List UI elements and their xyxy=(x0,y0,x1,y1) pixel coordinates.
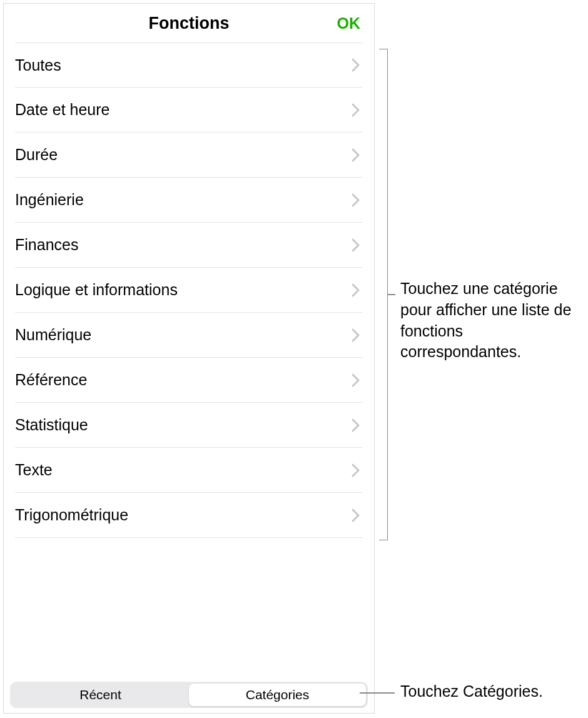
category-label: Date et heure xyxy=(15,101,110,119)
chevron-right-icon xyxy=(352,148,360,162)
category-label: Logique et informations xyxy=(15,281,178,299)
category-item-finances[interactable]: Finances xyxy=(15,223,363,268)
category-label: Trigonométrique xyxy=(15,506,128,524)
category-item-ingenierie[interactable]: Ingénierie xyxy=(15,178,363,223)
callout-text-tabs: Touchez Catégories. xyxy=(400,682,543,700)
chevron-right-icon xyxy=(352,58,360,72)
chevron-right-icon xyxy=(352,373,360,387)
category-label: Texte xyxy=(15,461,53,479)
category-item-reference[interactable]: Référence xyxy=(15,358,363,403)
category-item-texte[interactable]: Texte xyxy=(15,448,363,493)
chevron-right-icon xyxy=(352,328,360,342)
callout-line-tabs xyxy=(360,692,395,694)
tab-bar: Récent Catégories xyxy=(4,678,374,713)
chevron-right-icon xyxy=(352,418,360,432)
category-label: Numérique xyxy=(15,326,91,344)
tab-recent[interactable]: Récent xyxy=(12,684,189,706)
category-item-statistique[interactable]: Statistique xyxy=(15,403,363,448)
category-item-duree[interactable]: Durée xyxy=(15,133,363,178)
functions-panel: Fonctions OK Toutes Date et heure Durée … xyxy=(3,3,375,714)
panel-header: Fonctions OK xyxy=(4,4,374,43)
category-item-date-heure[interactable]: Date et heure xyxy=(15,88,363,133)
category-label: Référence xyxy=(15,371,87,389)
category-item-logique[interactable]: Logique et informations xyxy=(15,268,363,313)
chevron-right-icon xyxy=(352,103,360,117)
category-item-numerique[interactable]: Numérique xyxy=(15,313,363,358)
category-item-trigonometrique[interactable]: Trigonométrique xyxy=(15,493,363,538)
ok-button[interactable]: OK xyxy=(337,14,361,33)
panel-title: Fonctions xyxy=(149,14,230,33)
category-label: Finances xyxy=(15,236,78,254)
segmented-control: Récent Catégories xyxy=(10,682,368,708)
category-label: Statistique xyxy=(15,416,88,434)
chevron-right-icon xyxy=(352,508,360,522)
callout-text-list: Touchez une catégorie pour afficher une … xyxy=(400,278,582,363)
category-item-toutes[interactable]: Toutes xyxy=(15,43,363,88)
category-label: Toutes xyxy=(15,56,61,74)
chevron-right-icon xyxy=(352,283,360,297)
chevron-right-icon xyxy=(352,238,360,252)
category-label: Durée xyxy=(15,146,58,164)
tab-categories[interactable]: Catégories xyxy=(189,684,366,706)
chevron-right-icon xyxy=(352,193,360,207)
callout-line-list xyxy=(388,294,395,295)
category-list: Toutes Date et heure Durée Ingénierie Fi… xyxy=(4,43,374,678)
chevron-right-icon xyxy=(352,463,360,477)
category-label: Ingénierie xyxy=(15,191,84,209)
callout-bracket-list xyxy=(379,49,388,540)
